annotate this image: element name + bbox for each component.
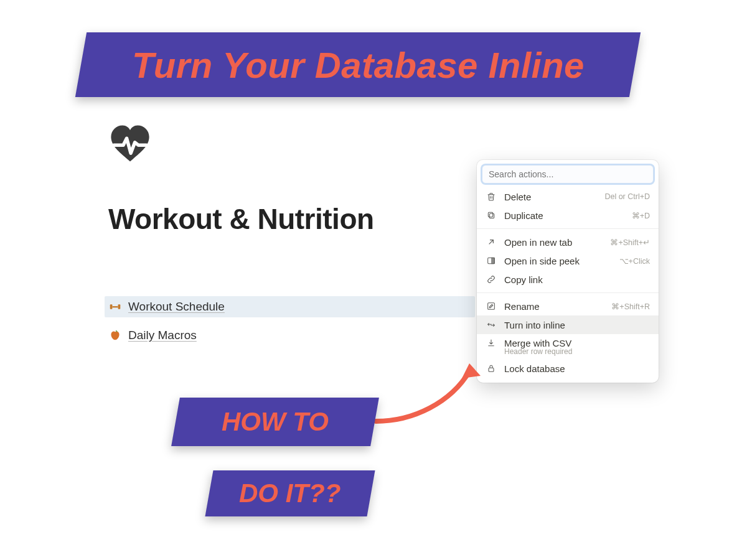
- menu-item-open-side-peek[interactable]: Open in side peek ⌥+Click: [477, 251, 659, 270]
- title-banner: Turn Your Database Inline: [75, 32, 641, 97]
- svg-rect-7: [488, 303, 495, 310]
- menu-item-label: Open in new tab: [504, 237, 603, 248]
- svg-rect-6: [492, 258, 495, 263]
- page-link-label: Workout Schedule: [128, 300, 225, 314]
- page-title: Workout & Nutrition: [108, 202, 374, 236]
- link-icon: [486, 274, 497, 285]
- menu-divider: [477, 228, 659, 229]
- svg-rect-3: [489, 213, 494, 218]
- menu-item-label: Turn into inline: [504, 320, 642, 330]
- menu-item-merge-csv[interactable]: Merge with CSV Header row required: [477, 334, 659, 359]
- menu-item-turn-into-inline[interactable]: Turn into inline: [477, 315, 659, 334]
- menu-divider: [477, 292, 659, 293]
- apple-icon: [108, 329, 122, 342]
- menu-item-label: Lock database: [504, 363, 642, 374]
- svg-rect-4: [488, 212, 492, 217]
- svg-rect-1: [118, 304, 121, 309]
- heart-pulse-icon: [108, 122, 152, 166]
- menu-item-duplicate[interactable]: Duplicate ⌘+D: [477, 206, 659, 225]
- dumbbell-icon: [108, 300, 122, 314]
- svg-rect-2: [112, 306, 118, 307]
- side-peek-icon: [486, 255, 497, 266]
- menu-item-label: Merge with CSV: [504, 338, 650, 348]
- doit-banner: DO IT??: [205, 470, 375, 516]
- svg-rect-8: [489, 368, 494, 371]
- menu-item-shortcut: ⌥+Click: [619, 256, 650, 266]
- menu-item-label: Delete: [504, 192, 597, 202]
- svg-marker-9: [462, 363, 481, 378]
- doit-banner-text: DO IT??: [239, 478, 341, 508]
- page-links: Workout Schedule Daily Macros: [105, 296, 475, 346]
- context-menu: Delete Del or Ctrl+D Duplicate ⌘+D Open …: [477, 160, 659, 383]
- menu-item-shortcut: ⌘+D: [632, 211, 650, 220]
- rename-icon: [486, 301, 497, 312]
- menu-item-label: Copy link: [504, 274, 642, 285]
- menu-item-shortcut: Del or Ctrl+D: [604, 192, 650, 201]
- menu-item-label: Duplicate: [504, 210, 624, 221]
- menu-item-delete[interactable]: Delete Del or Ctrl+D: [477, 187, 659, 206]
- page-link-label: Daily Macros: [128, 329, 197, 342]
- menu-item-sublabel: Header row required: [486, 347, 650, 356]
- howto-banner: HOW TO: [171, 398, 379, 446]
- menu-item-label: Rename: [504, 301, 604, 312]
- search-actions-input[interactable]: [482, 165, 654, 184]
- svg-rect-0: [110, 304, 113, 309]
- menu-item-open-new-tab[interactable]: Open in new tab ⌘+Shift+↵: [477, 233, 659, 251]
- menu-item-copy-link[interactable]: Copy link: [477, 270, 659, 289]
- menu-item-label: Open in side peek: [504, 256, 612, 266]
- menu-item-rename[interactable]: Rename ⌘+Shift+R: [477, 297, 659, 315]
- title-banner-text: Turn Your Database Inline: [132, 44, 585, 86]
- arrow-up-right-icon: [486, 236, 497, 248]
- trash-icon: [486, 191, 497, 202]
- menu-item-shortcut: ⌘+Shift+↵: [610, 238, 650, 247]
- turn-into-icon: [486, 319, 497, 330]
- howto-banner-text: HOW TO: [222, 407, 329, 437]
- menu-item-lock-database[interactable]: Lock database: [477, 359, 659, 378]
- callout-arrow: [370, 362, 488, 431]
- page-link-workout-schedule[interactable]: Workout Schedule: [105, 296, 475, 317]
- duplicate-icon: [486, 210, 497, 221]
- page-link-daily-macros[interactable]: Daily Macros: [105, 325, 475, 346]
- menu-item-shortcut: ⌘+Shift+R: [611, 302, 650, 311]
